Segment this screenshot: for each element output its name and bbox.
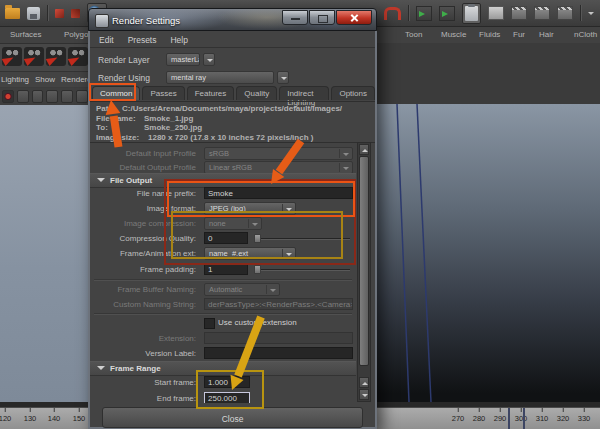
time-tick-label: 120 <box>0 414 11 423</box>
panel-menu-show[interactable]: Show <box>35 75 55 84</box>
undo-icon[interactable] <box>55 9 64 18</box>
tab-options[interactable]: Options <box>331 86 375 100</box>
highlight-box-frame-range <box>196 370 264 409</box>
ipr-render-icon[interactable] <box>534 6 550 20</box>
dialog-scrollbar[interactable] <box>357 142 371 402</box>
toolbar-separator <box>47 5 48 21</box>
snap-to-curve-icon[interactable] <box>439 6 455 21</box>
viewport-toolbar-icon[interactable] <box>32 90 44 103</box>
shelf-render-icon[interactable] <box>46 47 66 66</box>
scroll-up-button[interactable] <box>359 144 369 155</box>
custom-naming-string-label: Custom Naming String: <box>90 300 200 309</box>
shelf-tab-hair[interactable]: Hair <box>539 30 554 39</box>
time-tick-label: 150 <box>73 414 86 423</box>
scroll-down-button[interactable] <box>359 389 369 400</box>
time-tick-label: 310 <box>536 414 549 423</box>
viewport-toolbar-icon[interactable] <box>46 90 58 103</box>
default-output-profile-label: Default Output Profile <box>90 163 200 172</box>
snap-to-grid-icon[interactable] <box>416 6 432 21</box>
scroll-up-button[interactable] <box>359 377 369 388</box>
time-tick-label: 140 <box>48 414 61 423</box>
arrow-up-icon <box>362 379 368 385</box>
time-tick-label: 130 <box>24 414 37 423</box>
to-label: To: <box>96 123 144 133</box>
end-frame-label: End frame: <box>90 394 200 403</box>
viewport-toolbar-icon[interactable] <box>61 90 73 103</box>
batch-render-icon[interactable] <box>557 6 573 20</box>
right-panel-header <box>377 43 600 106</box>
window-buttons <box>282 10 372 25</box>
close-window-button[interactable] <box>336 10 372 25</box>
tab-passes[interactable]: Passes <box>142 86 184 100</box>
shelf-tab-fur[interactable]: Fur <box>513 30 525 39</box>
shelf-tab-ncloth[interactable]: nCloth <box>574 30 597 39</box>
arrow-up-icon <box>362 146 368 152</box>
extension-input <box>204 332 353 344</box>
shelf-render-icon[interactable] <box>68 47 88 66</box>
save-scene-icon[interactable] <box>27 7 40 20</box>
toolbar-separator <box>408 5 409 21</box>
dialog-title: Render Settings <box>112 15 180 26</box>
render-settings-toolbar-button[interactable] <box>462 3 481 24</box>
to-value: Smoke_250.jpg <box>144 123 202 132</box>
timeline-curve-mark <box>508 408 510 429</box>
tab-features[interactable]: Features <box>187 86 235 100</box>
viewport-left[interactable] <box>0 105 88 402</box>
scrollbar-thumb[interactable] <box>359 156 369 366</box>
start-frame-label: Start frame: <box>90 378 200 387</box>
render-using-label: Render Using <box>98 73 150 83</box>
menu-presets[interactable]: Presets <box>128 35 157 45</box>
time-tick-label: 300 <box>515 414 528 423</box>
render-settings-window-icon <box>95 14 109 28</box>
use-custom-extension-label: Use custom extension <box>218 318 297 327</box>
viewport-toolbar-icon[interactable] <box>17 90 29 103</box>
shelf-tab-muscle[interactable]: Muscle <box>441 30 466 39</box>
highlight-box-format-options <box>171 211 343 259</box>
time-tick-label: 280 <box>473 414 486 423</box>
use-custom-extension-checkbox[interactable] <box>204 318 215 329</box>
version-label-input[interactable] <box>204 347 353 359</box>
time-tick-label: 270 <box>452 414 465 423</box>
viewport-wireframe-curves <box>377 104 600 402</box>
shelf-tab-toon[interactable]: Toon <box>405 30 422 39</box>
collapse-triangle-icon <box>97 366 105 374</box>
render-current-frame-icon[interactable] <box>511 6 527 20</box>
tab-indirect-lighting[interactable]: Indirect Lighting <box>279 86 329 100</box>
file-output-section-title: File Output <box>110 176 152 185</box>
shelf-tab-surfaces[interactable]: Surfaces <box>10 30 42 39</box>
path-label: Path: <box>96 104 122 114</box>
render-using-dropdown-caret-icon[interactable] <box>277 71 289 84</box>
chevron-down-icon[interactable] <box>588 12 594 18</box>
render-using-dropdown[interactable]: mental ray <box>166 71 274 84</box>
extension-label: Extension: <box>90 334 200 343</box>
minimize-icon <box>291 18 300 20</box>
time-tick-label: 290 <box>494 414 507 423</box>
viewport-toolbar-icon[interactable] <box>76 90 88 103</box>
image-size-label: Image size: <box>96 133 148 143</box>
menu-help[interactable]: Help <box>170 35 187 45</box>
menu-edit[interactable]: Edit <box>99 35 114 45</box>
shelf-render-icon[interactable] <box>24 47 44 66</box>
viewport-toolbar-icon[interactable] <box>2 90 14 103</box>
panel-menu-lighting[interactable]: Lighting <box>1 75 29 84</box>
snap-magnet-icon[interactable] <box>384 7 401 20</box>
dialog-menubar: Edit Presets Help <box>90 32 375 48</box>
render-info-block: Path:C:/Users/Arena/Documents/maya/proje… <box>96 104 372 142</box>
redo-icon[interactable] <box>71 9 80 18</box>
open-scene-icon[interactable] <box>5 8 20 19</box>
divider <box>94 279 352 280</box>
render-layer-dropdown-caret-icon[interactable] <box>203 53 215 66</box>
default-input-profile-label: Default Input Profile <box>90 149 200 158</box>
viewport-toolbar <box>0 88 88 105</box>
slider-handle[interactable] <box>254 265 261 274</box>
close-button[interactable]: Close <box>102 407 363 428</box>
maximize-button[interactable] <box>309 10 335 25</box>
dialog-titlebar[interactable]: Render Settings <box>88 8 377 31</box>
render-view-icon[interactable] <box>488 6 504 20</box>
frame-buffer-naming-label: Frame Buffer Naming: <box>90 285 200 294</box>
shelf-render-icon[interactable] <box>2 47 22 66</box>
tab-quality[interactable]: Quality <box>236 86 277 100</box>
shelf-tab-fluids[interactable]: Fluids <box>479 30 500 39</box>
minimize-button[interactable] <box>282 10 308 25</box>
render-layer-dropdown[interactable]: masterLayer <box>166 53 200 66</box>
